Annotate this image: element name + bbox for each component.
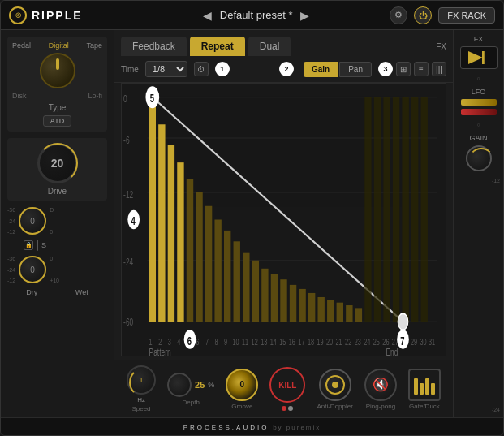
brand-text: PROCESS.AUDIO	[183, 424, 269, 431]
type-badge[interactable]: ATD	[43, 115, 71, 127]
svg-rect-32	[355, 308, 362, 322]
gate-lines	[414, 375, 435, 395]
svg-rect-21	[252, 261, 259, 322]
svg-text:6: 6	[187, 334, 192, 348]
diode-icon	[467, 50, 491, 66]
tab-dual[interactable]: Dual	[248, 37, 291, 56]
gain-section-label: GAIN	[469, 134, 487, 142]
preset-name[interactable]: Default preset *	[220, 9, 293, 21]
svg-text:8: 8	[214, 336, 218, 347]
clock-icon[interactable]: ⏱	[194, 62, 209, 76]
tab-repeat[interactable]: Repeat	[190, 37, 245, 56]
svg-rect-35	[374, 97, 381, 322]
svg-text:15: 15	[279, 336, 286, 347]
center-panel: Feedback Repeat Dual FX Time 1/8 1/4 1/1…	[114, 30, 453, 417]
groove-value: 0	[240, 380, 245, 389]
settings-icon[interactable]: ⚙	[390, 6, 407, 24]
svg-text:25: 25	[373, 336, 381, 347]
marker-1: 1	[215, 62, 230, 76]
svg-rect-36	[383, 97, 390, 322]
drive-knob[interactable]: 20	[37, 143, 78, 183]
svg-text:19: 19	[317, 336, 323, 347]
left-panel: Pedal Digital Tape Disk Lo-fi Type ATD 2…	[1, 30, 114, 417]
svg-rect-20	[243, 253, 249, 322]
fx-section: FX	[457, 35, 500, 69]
speed-knob[interactable]: 1	[127, 365, 156, 395]
ping-pong-label: Ping-pong	[366, 403, 395, 410]
svg-text:12: 12	[252, 336, 258, 347]
gate-line-3	[425, 378, 429, 395]
gate-line-4	[431, 383, 435, 395]
svg-rect-11	[158, 124, 165, 322]
svg-rect-16	[205, 206, 212, 322]
anti-doppler-center	[332, 382, 338, 388]
fx-diode[interactable]	[460, 46, 498, 69]
tab-feedback[interactable]: Feedback	[121, 37, 187, 56]
groove-group: 0 Groove	[226, 369, 258, 410]
svg-rect-29	[327, 300, 334, 322]
pan-button[interactable]: Pan	[339, 62, 372, 77]
wet-knob[interactable]: 0	[19, 256, 46, 283]
svg-rect-23	[271, 274, 278, 322]
gain-section: GAIN	[457, 134, 500, 171]
lines-icon[interactable]: |||	[432, 62, 446, 76]
svg-rect-38	[402, 97, 408, 322]
svg-text:7: 7	[400, 334, 404, 348]
logo-text: RIPPLE	[32, 9, 83, 22]
power-icon[interactable]: ⏻	[414, 6, 432, 24]
gate-duck-label: Gate/Duck	[409, 403, 440, 410]
svg-text:17: 17	[298, 336, 304, 347]
type-knob[interactable]	[40, 53, 75, 88]
type-section: Pedal Digital Tape Disk Lo-fi Type ATD	[7, 37, 107, 132]
ping-pong-button[interactable]: 🔇	[364, 369, 397, 401]
gain-button[interactable]: Gain	[304, 62, 338, 77]
lfo-bar-red	[461, 109, 497, 115]
speed-unit: Hz	[137, 396, 145, 404]
dry-knob[interactable]: 0	[19, 207, 46, 235]
svg-point-42	[398, 313, 408, 330]
bottom-controls: 1 Hz Speed 25 % Depth	[114, 360, 453, 417]
bars-icon[interactable]: ≡	[414, 62, 429, 76]
tape-label: Tape	[86, 41, 102, 50]
drive-label: Drive	[48, 187, 67, 196]
lock-icon[interactable]: 🔒	[24, 240, 33, 250]
svg-text:16: 16	[289, 336, 295, 347]
svg-rect-22	[261, 269, 268, 322]
drive-section: 20 Drive	[7, 138, 107, 201]
svg-text:22: 22	[345, 336, 351, 347]
fx-rack-button[interactable]: FX RACK	[438, 7, 495, 24]
svg-text:21: 21	[336, 336, 342, 347]
anti-doppler-inner	[325, 375, 345, 395]
knob-label-row: Disk Lo-fi	[12, 92, 102, 100]
type-labels: Pedal Digital Tape	[12, 41, 102, 50]
svg-text:6: 6	[196, 336, 199, 347]
depth-inner: 25 %	[167, 373, 214, 397]
anti-doppler-knob[interactable]	[319, 369, 351, 401]
groove-label: Groove	[231, 403, 252, 410]
grid-icon[interactable]: ⊞	[396, 62, 411, 76]
viz-icons: 3 ⊞ ≡ |||	[378, 62, 446, 76]
tab-bar: Feedback Repeat Dual FX	[114, 30, 453, 56]
time-select[interactable]: 1/8 1/4 1/16	[145, 61, 187, 77]
depth-knob[interactable]	[167, 373, 192, 397]
dry-value: 0	[30, 217, 35, 226]
gate-duck-group: Gate/Duck	[408, 369, 441, 410]
svg-rect-12	[168, 145, 174, 322]
svg-text:-60: -60	[123, 316, 133, 327]
preset-next-button[interactable]: ▶	[300, 9, 309, 22]
svg-text:23: 23	[355, 336, 361, 347]
gate-line-1	[414, 378, 418, 395]
svg-rect-24	[280, 279, 286, 322]
groove-knob[interactable]: 0	[226, 369, 258, 401]
svg-text:29: 29	[411, 336, 417, 347]
gain-right-knob[interactable]	[466, 145, 492, 171]
preset-prev-button[interactable]: ◀	[203, 9, 212, 22]
kill-button[interactable]: KILL	[269, 367, 305, 403]
svg-text:10: 10	[233, 336, 240, 347]
fx-tab-label: FX	[436, 42, 446, 51]
svg-rect-37	[393, 97, 399, 322]
svg-text:7: 7	[205, 336, 209, 347]
svg-text:18: 18	[308, 336, 314, 347]
digital-label: Digital	[49, 41, 69, 50]
gate-duck-button[interactable]	[408, 369, 441, 401]
